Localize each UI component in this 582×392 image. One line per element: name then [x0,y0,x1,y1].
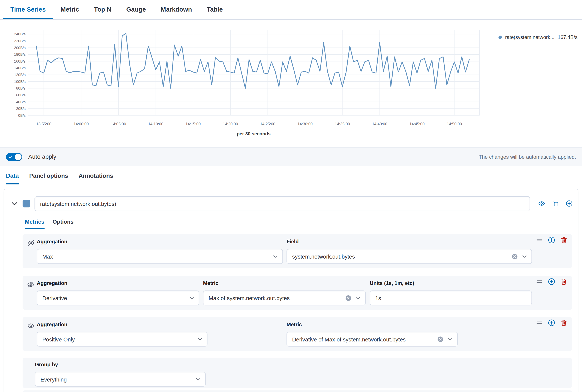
chevron-down-icon [447,336,453,342]
eye-slash-icon [27,281,35,288]
svg-text:14:15:00: 14:15:00 [186,122,201,126]
svg-text:240B/s: 240B/s [14,32,26,36]
timeseries-chart: 13:55:0014:00:0014:05:0014:10:0014:15:00… [0,20,582,131]
svg-text:14:00:00: 14:00:00 [74,122,89,126]
auto-apply-bar: Auto apply The changes will be automatic… [0,147,582,167]
delete-metric-button[interactable] [560,319,568,327]
metric-label: Metric [287,321,302,327]
aggregation-label: Aggregation [37,321,67,327]
plus-circle-icon [566,200,573,207]
legend-label: rate(system.network... [505,34,554,40]
svg-text:100B/s: 100B/s [14,80,26,84]
visualization-type-tabs: Time Series Metric Top N Gauge Markdown … [0,0,582,20]
field-value: system.network.out.bytes [287,253,511,260]
tab-markdown[interactable]: Markdown [153,0,199,19]
tab-time-series[interactable]: Time Series [3,0,53,19]
chevron-down-icon [197,336,203,342]
svg-text:160B/s: 160B/s [14,59,26,64]
aggregation-select[interactable]: Max [37,249,283,264]
delete-metric-button[interactable] [560,278,568,285]
tab-gauge[interactable]: Gauge [119,0,153,19]
metric-visibility-button[interactable] [27,281,35,288]
group-by-row: Group by Everything [23,358,572,388]
svg-text:80B/s: 80B/s [16,86,26,90]
next-section-strip [23,390,572,392]
legend-swatch [498,36,502,39]
svg-text:14:30:00: 14:30:00 [297,122,313,126]
add-metric-button[interactable] [548,278,555,285]
aggregation-select[interactable]: Derivative [37,290,199,305]
metric-visibility-button[interactable] [27,322,35,330]
clear-icon[interactable] [345,295,351,301]
clone-series-button[interactable] [552,200,559,207]
tab-metrics[interactable]: Metrics [25,218,44,229]
svg-text:0B/s: 0B/s [18,113,26,118]
tab-options[interactable]: Options [53,218,74,229]
aggregation-value: Positive Only [37,336,195,342]
chevron-down-icon [355,295,361,301]
x-axis-title: per 30 seconds [0,131,507,136]
svg-text:60B/s: 60B/s [16,93,26,97]
svg-text:14:20:00: 14:20:00 [223,122,238,126]
units-input[interactable]: 1s [370,290,532,305]
metric-value: Max of system.network.out.bytes [203,295,345,301]
add-metric-button[interactable] [548,236,555,244]
add-metric-button[interactable] [548,319,555,327]
collapse-series-button[interactable] [11,200,18,208]
svg-text:200B/s: 200B/s [14,46,26,50]
tab-data[interactable]: Data [6,172,19,184]
svg-text:220B/s: 220B/s [14,39,26,43]
auto-apply-label: Auto apply [28,154,56,160]
svg-text:140B/s: 140B/s [14,66,26,70]
aggregation-select[interactable]: Positive Only [37,332,207,346]
chart-section: 13:55:0014:00:0014:05:0014:10:0014:15:00… [0,20,582,147]
chevron-down-icon [272,254,278,260]
drag-handle[interactable] [535,278,543,285]
tab-top-n[interactable]: Top N [87,0,119,19]
metric-visibility-button[interactable] [27,239,35,247]
tab-panel-options[interactable]: Panel options [29,172,68,184]
check-icon [8,155,13,159]
aggregation-label: Aggregation [37,239,67,245]
eye-icon [538,200,545,207]
svg-text:20B/s: 20B/s [16,106,26,111]
chevron-down-icon [521,254,527,260]
aggregation-row: Aggregation Positive Only Metric Derivat… [23,317,572,351]
chevron-down-icon [189,295,195,301]
clear-icon[interactable] [437,336,443,342]
metric-row-actions [535,278,567,285]
copy-icon [552,200,559,207]
eye-slash-icon [27,239,35,247]
metric-row-actions [535,236,567,244]
field-combobox[interactable]: system.network.out.bytes [287,249,532,264]
svg-text:14:10:00: 14:10:00 [148,122,164,126]
toggle-series-visibility-button[interactable] [538,200,545,207]
auto-apply-hint: The changes will be automatically applie… [479,154,576,160]
drag-handle[interactable] [535,319,543,327]
svg-text:14:40:00: 14:40:00 [372,122,387,126]
aggregation-value: Derivative [37,295,187,301]
group-by-select[interactable]: Everything [35,372,206,387]
metric-combobox[interactable]: Derivative of Max of system.network.out.… [287,332,457,346]
chart-legend[interactable]: rate(system.network... 167.4B/s [498,34,577,40]
svg-text:14:05:00: 14:05:00 [111,122,126,126]
svg-text:14:45:00: 14:45:00 [409,122,425,126]
tab-metric[interactable]: Metric [53,0,87,19]
tab-annotations[interactable]: Annotations [79,172,113,184]
series-label-input[interactable] [35,196,530,211]
series-panel: Metrics Options Aggregation Max Field sy… [4,189,578,392]
add-series-button[interactable] [566,200,573,207]
metric-row-actions [535,319,567,327]
series-color-swatch[interactable] [23,200,30,208]
metric-combobox[interactable]: Max of system.network.out.bytes [203,290,366,305]
delete-metric-button[interactable] [560,236,568,244]
svg-text:14:25:00: 14:25:00 [260,122,275,126]
tab-table[interactable]: Table [199,0,230,19]
legend-value: 167.4B/s [558,34,577,40]
toggle-knob [15,154,22,160]
auto-apply-toggle[interactable] [6,153,22,161]
units-value: 1s [370,295,531,301]
svg-text:40B/s: 40B/s [16,100,26,104]
drag-handle[interactable] [535,236,543,244]
clear-icon[interactable] [511,253,518,260]
